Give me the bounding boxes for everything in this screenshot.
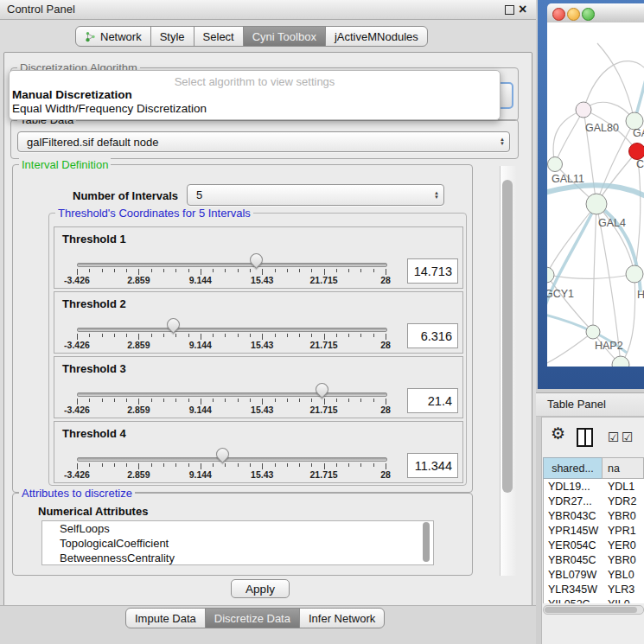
cell-shared-name: YER054C <box>544 539 603 552</box>
slider-tick <box>287 463 288 467</box>
table-row[interactable]: YPR145WYPR1 <box>544 523 644 538</box>
checkbox-icon[interactable]: ☑ <box>622 430 633 444</box>
threshold-label: Threshold 4 <box>62 427 126 440</box>
slider-tick <box>188 334 189 337</box>
columns-icon[interactable] <box>577 428 593 447</box>
tab-discretize-data[interactable]: Discretize Data <box>205 608 300 628</box>
table-row[interactable]: YDL19...YDL1 <box>544 479 644 494</box>
cell-shared-name: YIL052C <box>544 598 603 604</box>
slider-tick <box>262 399 263 405</box>
slider-tick <box>163 399 164 402</box>
algorithm-option-manual-discretization[interactable]: Manual Discretization <box>10 88 500 102</box>
network-edge[interactable] <box>593 204 596 332</box>
cell-shared-name: YBL079W <box>544 569 603 581</box>
number-of-intervals-combo[interactable]: 5 ▲ ▼ <box>187 184 444 206</box>
slider-tick <box>213 399 214 402</box>
checkbox-icon[interactable]: ☑ <box>608 430 619 444</box>
slider-track[interactable] <box>77 328 387 332</box>
gear-icon[interactable]: ⚙ <box>551 425 565 443</box>
close-icon[interactable]: × <box>519 0 526 19</box>
slider-tick <box>311 269 312 272</box>
slider-track[interactable] <box>77 263 387 267</box>
slider-tick <box>275 269 276 272</box>
column-header-name[interactable]: na <box>602 457 644 479</box>
slider-tick-label: 15.43 <box>236 405 288 415</box>
table-panel-title: Table Panel <box>547 398 606 411</box>
numerical-attributes-list[interactable]: SelfLoopsTopologicalCoefficientBetweenne… <box>41 520 434 565</box>
threshold-label: Threshold 2 <box>62 297 126 310</box>
table-hscrollbar-thumb[interactable] <box>545 607 637 613</box>
apply-button[interactable]: Apply <box>231 579 290 598</box>
minimize-traffic-light-icon[interactable] <box>567 8 580 21</box>
slider-tick <box>324 399 325 405</box>
table-row[interactable]: YIL052CYIL0 <box>544 596 644 603</box>
slider-tick-label: 28 <box>360 405 411 415</box>
slider-tick <box>348 399 349 402</box>
network-edge[interactable] <box>597 43 634 121</box>
slider-tick <box>114 399 115 402</box>
network-node-gal4[interactable] <box>586 194 607 214</box>
slider-tick <box>275 334 276 337</box>
slider-tick <box>238 399 239 402</box>
threshold-value-field[interactable]: 11.344 <box>407 453 458 478</box>
slider-tick <box>360 269 361 272</box>
network-canvas[interactable]: GAL80GACGAL11GAL4GCY1HHAP2 <box>547 22 644 367</box>
node-table: YDL19...YDL1YDR27...YDR2YBR043CYBR0YPR14… <box>543 479 644 603</box>
slider-tick <box>151 399 152 402</box>
network-node-hap2[interactable] <box>586 325 600 339</box>
tab-impute-data[interactable]: Impute Data <box>125 608 206 628</box>
algorithm-prompt-item[interactable]: Select algorithm to view settings <box>10 71 500 88</box>
slider-tick <box>102 269 103 272</box>
slider-tick <box>89 399 90 402</box>
network-node-c[interactable] <box>629 143 644 160</box>
network-edge[interactable] <box>547 332 593 365</box>
slider-tick <box>213 334 214 337</box>
network-edge[interactable] <box>583 61 644 110</box>
attribute-item-betweennesscentrality[interactable]: BetweennessCentrality <box>42 551 433 565</box>
close-traffic-light-icon[interactable] <box>552 8 565 21</box>
tab-jactivemnodules[interactable]: jActiveMNodules <box>325 26 428 47</box>
network-node-h[interactable] <box>626 265 643 283</box>
slider-tick <box>213 463 214 467</box>
table-row[interactable]: YBL079WYBL0 <box>544 567 644 582</box>
network-node-gal80[interactable] <box>576 102 591 118</box>
cell-name: YDL1 <box>603 481 644 493</box>
table-data-combo[interactable]: galFiltered.sif default node ▲ ▼ <box>17 131 510 152</box>
tab-cyni-toolbox[interactable]: Cyni Toolbox <box>243 26 326 47</box>
cell-name: YER0 <box>603 539 644 552</box>
slider-tick <box>287 399 288 402</box>
network-edge[interactable] <box>547 204 596 275</box>
float-window-icon[interactable] <box>505 5 514 15</box>
table-row[interactable]: YDR27...YDR2 <box>544 494 644 508</box>
attribute-item-topologicalcoefficient[interactable]: TopologicalCoefficient <box>42 536 433 551</box>
slider-tick <box>102 399 103 402</box>
threshold-value-field[interactable]: 21.4 <box>407 388 458 413</box>
table-row[interactable]: YLR345WYLR3 <box>544 582 644 596</box>
tab-style[interactable]: Style <box>150 26 194 47</box>
column-header-shared-name[interactable]: shared... <box>543 457 603 479</box>
slider-tick <box>175 463 176 467</box>
network-edge[interactable] <box>555 110 583 164</box>
threshold-value-field[interactable]: 6.316 <box>407 323 458 348</box>
table-row[interactable]: YBR043CYBR0 <box>544 508 644 523</box>
network-node-gcy1[interactable] <box>547 267 554 283</box>
slider-track[interactable] <box>77 457 387 462</box>
tab-network[interactable]: Network <box>75 26 151 47</box>
table-row[interactable]: YER054CYER0 <box>544 538 644 552</box>
algorithm-option-equal-width-frequency-discretization[interactable]: Equal Width/Frequency Discretization <box>10 102 500 116</box>
tab-select[interactable]: Select <box>194 26 244 47</box>
attributes-scrollbar-thumb[interactable] <box>423 522 430 562</box>
zoom-traffic-light-icon[interactable] <box>582 8 595 21</box>
slider-tick-label: 9.144 <box>175 275 226 285</box>
table-row[interactable]: YBR045CYBR0 <box>544 552 644 567</box>
attribute-item-selfloops[interactable]: SelfLoops <box>42 521 433 536</box>
threshold-value-field[interactable]: 14.713 <box>407 258 458 284</box>
network-node-gal11[interactable] <box>548 157 563 172</box>
slider-tick <box>163 334 164 337</box>
slider-tick <box>336 463 337 467</box>
tab-infer-network[interactable]: Infer Network <box>299 608 385 628</box>
slider-track[interactable] <box>77 392 387 397</box>
settings-scrollbar-thumb[interactable] <box>502 180 513 493</box>
network-node[interactable] <box>612 356 629 367</box>
slider-tick <box>299 399 300 402</box>
